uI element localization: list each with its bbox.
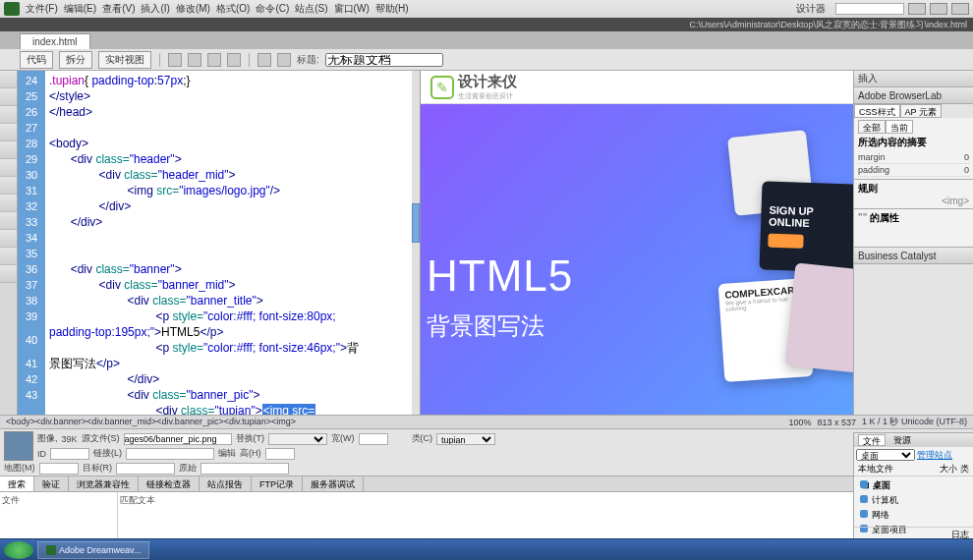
split-view-button[interactable]: 拆分	[59, 51, 92, 69]
tab-site-reports[interactable]: 站点报告	[200, 476, 252, 491]
scrollbar-thumb[interactable]	[412, 203, 420, 243]
tag-path[interactable]: <body><div.banner><div.banner_mid><div.b…	[6, 417, 296, 427]
taskbar-app[interactable]: Adobe Dreamweav...	[37, 541, 149, 559]
file-path: C:\Users\Administrator\Desktop\风之寂寞的恋士·背…	[689, 19, 967, 30]
tool-button[interactable]	[0, 195, 17, 212]
tool-button[interactable]	[0, 265, 17, 283]
document-tab[interactable]: index.html	[20, 33, 90, 49]
toolbar-icon[interactable]	[188, 53, 201, 67]
tab-search[interactable]: 搜索	[0, 476, 34, 491]
tab-validate[interactable]: 验证	[34, 476, 69, 491]
title-input[interactable]	[325, 53, 443, 67]
id-input[interactable]	[50, 448, 89, 460]
tool-button[interactable]	[0, 106, 17, 124]
code-view-button[interactable]: 代码	[20, 51, 53, 69]
business-catalyst-panel[interactable]: Business Catalyst	[854, 248, 973, 263]
tab-server-debug[interactable]: 服务器调试	[303, 476, 364, 491]
tab-ftp-log[interactable]: FTP记录	[252, 476, 303, 491]
original-input[interactable]	[200, 463, 289, 475]
toolbar-icon[interactable]	[207, 53, 221, 67]
windows-taskbar: Adobe Dreamweav...	[0, 538, 973, 560]
results-tabs: 搜索 验证 浏览器兼容性 链接检查器 站点报告 FTP记录 服务器调试	[0, 476, 973, 491]
assets-tab[interactable]: 资源	[889, 434, 915, 446]
files-tab[interactable]: 文件	[858, 434, 886, 446]
toolbar-icon[interactable]	[227, 53, 241, 67]
tab-link-checker[interactable]: 链接检查器	[139, 476, 200, 491]
encoding-info: 1 K / 1 秒 Unicode (UTF-8)	[862, 416, 967, 428]
preview-header: 设计来仪生活需要创意设计	[421, 71, 853, 104]
preview-mockup: SIGN UPONLINE COMPLEXCAREWe give a hairc…	[712, 134, 853, 389]
design-preview[interactable]: 设计来仪生活需要创意设计 HTML5 背景图写法 SIGN UPONLINE C…	[421, 71, 853, 415]
height-input[interactable]	[265, 448, 295, 460]
menu-view[interactable]: 查看(V)	[102, 2, 135, 16]
menu-insert[interactable]: 插入(I)	[141, 2, 169, 16]
insert-tab[interactable]: 插入	[854, 71, 973, 86]
property-inspector: 图像, 39K 源文件(S) 替换(T) 宽(W) 类(C) tupian ID…	[0, 428, 973, 476]
target-label: 目标(R)	[83, 462, 113, 475]
height-label: 高(H)	[240, 447, 261, 460]
css-summary-heading: 所选内容的摘要	[858, 134, 969, 151]
tool-button[interactable]	[0, 88, 17, 106]
css-current-tab[interactable]: 当前	[886, 120, 913, 134]
manage-sites-link[interactable]: 管理站点	[917, 449, 952, 462]
width-input[interactable]	[359, 433, 388, 445]
tree-item[interactable]: 计算机	[858, 493, 969, 508]
toolbar-icon[interactable]	[258, 53, 271, 67]
tool-button[interactable]	[0, 71, 17, 88]
site-select[interactable]: 桌面	[856, 449, 915, 461]
link-input[interactable]	[126, 448, 214, 460]
menu-help[interactable]: 帮助(H)	[375, 2, 409, 16]
layout-label[interactable]: 设计器	[796, 2, 826, 16]
map-input[interactable]	[39, 463, 79, 475]
src-input[interactable]	[124, 433, 232, 445]
css-styles-tab[interactable]: CSS样式	[854, 104, 900, 118]
code-editor[interactable]: .tupian{ padding-top:57px;} </style> </h…	[45, 71, 420, 415]
tool-button[interactable]	[0, 177, 17, 195]
tab-browser-compat[interactable]: 浏览器兼容性	[69, 476, 139, 491]
close-button[interactable]	[951, 3, 969, 15]
preview-logo-icon	[430, 76, 454, 99]
ap-elements-tab[interactable]: AP 元素	[900, 104, 942, 118]
browserlab-panel[interactable]: Adobe BrowserLab	[854, 87, 973, 103]
menu-file[interactable]: 文件(F)	[26, 2, 58, 16]
start-button[interactable]	[4, 541, 33, 559]
menu-bar: 文件(F) 编辑(E) 查看(V) 插入(I) 修改(M) 格式(O) 命令(C…	[0, 0, 973, 18]
tool-button[interactable]	[0, 124, 17, 141]
class-select[interactable]: tupian	[436, 433, 495, 445]
search-field[interactable]	[835, 3, 904, 15]
live-view-button[interactable]: 实时视图	[98, 51, 151, 69]
edit-label: 编辑	[218, 447, 236, 460]
toolbar-icon[interactable]	[168, 53, 182, 67]
minimize-button[interactable]	[908, 3, 926, 15]
link-label: 链接(L)	[93, 447, 122, 460]
alt-select[interactable]	[268, 433, 327, 445]
filesize: 39K	[62, 434, 78, 444]
map-label: 地图(M)	[4, 462, 35, 475]
menu-commands[interactable]: 命令(C)	[256, 2, 289, 16]
tool-button[interactable]	[0, 230, 17, 248]
tool-button[interactable]	[0, 141, 17, 159]
selected-code[interactable]: <img src=	[262, 404, 316, 415]
tool-button[interactable]	[0, 248, 17, 265]
tree-root[interactable]: ⊟ 桌面	[858, 478, 969, 493]
code-scrollbar[interactable]	[412, 71, 420, 415]
tool-button[interactable]	[0, 212, 17, 230]
menu-format[interactable]: 格式(O)	[216, 2, 250, 16]
css-all-tab[interactable]: 全部	[858, 120, 886, 134]
zoom-level[interactable]: 100%	[788, 418, 811, 427]
menu-modify[interactable]: 修改(M)	[176, 2, 210, 16]
menu-site[interactable]: 站点(S)	[295, 2, 327, 16]
window-size[interactable]: 813 x 537	[817, 418, 856, 427]
css-prop-row[interactable]: padding0	[858, 164, 969, 177]
maximize-button[interactable]	[930, 3, 947, 15]
menu-edit[interactable]: 编辑(E)	[64, 2, 96, 16]
toolbar-icon[interactable]	[277, 53, 291, 67]
tree-item[interactable]: 网络	[858, 508, 969, 523]
mock-card	[785, 262, 853, 372]
css-prop-row[interactable]: margin0	[858, 151, 969, 164]
code-pane[interactable]: 2425262728293031323334353637383940414243…	[18, 71, 421, 415]
menu-window[interactable]: 窗口(W)	[334, 2, 370, 16]
tool-button[interactable]	[0, 159, 17, 177]
title-label: 标题:	[297, 53, 319, 67]
target-input[interactable]	[116, 463, 175, 475]
